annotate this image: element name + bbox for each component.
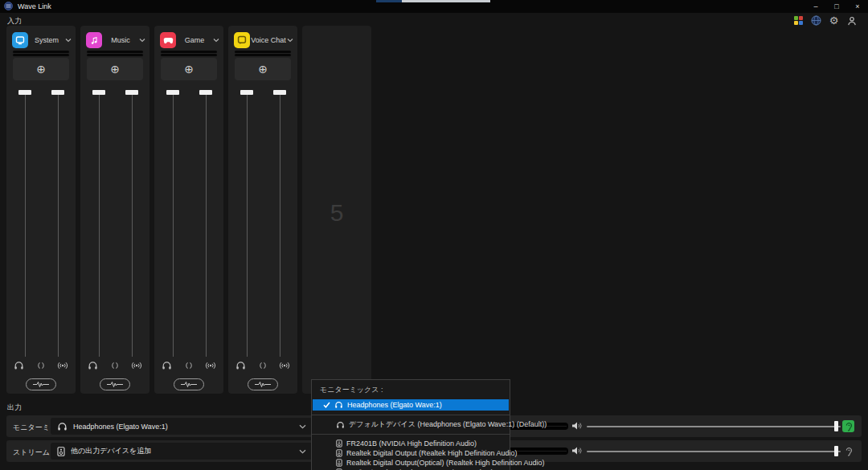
- headphones-icon: [57, 422, 68, 431]
- broadcast-icon[interactable]: [279, 362, 290, 370]
- broadcast-icon[interactable]: [205, 362, 216, 370]
- dropdown-separator: [312, 415, 510, 415]
- mic-wave-button[interactable]: [174, 378, 204, 390]
- fader-handle[interactable]: [240, 90, 253, 95]
- add-effect-button[interactable]: ⊕: [235, 58, 291, 80]
- channel-name: Music: [102, 36, 139, 44]
- channel-level-meter: [235, 51, 291, 57]
- fader-handle[interactable]: [51, 90, 64, 95]
- app-toolbar: ⚙: [793, 15, 857, 26]
- chevron-down-icon[interactable]: [213, 38, 219, 43]
- add-effect-button[interactable]: ⊕: [13, 58, 69, 80]
- fader-handle[interactable]: [92, 90, 105, 95]
- device-speaker-icon: [336, 439, 342, 448]
- link-icon[interactable]: [259, 362, 267, 370]
- window-controls: – □ ×: [805, 0, 868, 13]
- channel-strip: Voice Chat ⊕: [228, 26, 297, 394]
- channel-faders: [228, 90, 297, 357]
- stream-volume-slider[interactable]: [587, 451, 841, 452]
- monitor-device-label: Headphones (Elgato Wave:1): [73, 423, 293, 431]
- add-effect-button[interactable]: ⊕: [161, 58, 217, 80]
- fader-track: [132, 92, 133, 357]
- monitor-mix-dropdown: モニターミックス : Headphones (Elgato Wave:1) デフ…: [311, 379, 510, 470]
- fader-handle[interactable]: [199, 90, 212, 95]
- dropdown-item-label: Realtek Digital Output (Realtek High Def…: [346, 449, 518, 457]
- empty-slot-number: 5: [302, 199, 371, 227]
- dropdown-item-label: Headphones (Elgato Wave:1): [347, 401, 442, 409]
- device-speaker-icon: [57, 447, 65, 456]
- stream-fader[interactable]: [199, 90, 212, 357]
- stream-fader[interactable]: [273, 90, 286, 357]
- fader-handle[interactable]: [125, 90, 138, 95]
- channel-slot-empty[interactable]: 5: [302, 26, 371, 394]
- plus-icon: ⊕: [110, 63, 120, 75]
- community-globe-icon[interactable]: [811, 15, 821, 26]
- dropdown-item-label: デフォルトデバイス (Headphones (Elgato Wave:1) (D…: [349, 419, 547, 430]
- link-icon[interactable]: [37, 362, 45, 370]
- stream-device-select[interactable]: 他の出力デバイスを追加: [51, 443, 313, 460]
- game-channel-icon: [160, 32, 176, 48]
- monitor-fader[interactable]: [166, 90, 179, 357]
- channel-header: Voice Chat: [234, 32, 293, 48]
- channel-name: System: [28, 36, 65, 44]
- fader-track: [25, 92, 26, 357]
- mic-wave-button[interactable]: [248, 378, 278, 390]
- check-icon: [323, 402, 330, 408]
- link-icon[interactable]: [111, 362, 119, 370]
- chevron-down-icon[interactable]: [139, 38, 145, 43]
- mic-wave-button[interactable]: [26, 378, 56, 390]
- fader-track: [280, 92, 280, 357]
- dropdown-device-item[interactable]: Realtek Digital Output(Optical) (Realtek…: [312, 458, 510, 468]
- background-window-edge-blue: [376, 0, 402, 2]
- maximize-button[interactable]: □: [826, 0, 847, 13]
- background-window-edge-light: [402, 0, 490, 2]
- dropdown-device-item[interactable]: Realtek Digital Output (Realtek High Def…: [312, 448, 510, 458]
- dropdown-item-label: FR2401B (NVIDIA High Definition Audio): [346, 439, 477, 448]
- broadcast-icon[interactable]: [57, 362, 68, 370]
- settings-gear-icon[interactable]: ⚙: [829, 15, 839, 26]
- fader-handle[interactable]: [18, 90, 31, 95]
- monitor-fader[interactable]: [18, 90, 31, 357]
- channel-faders: [154, 90, 223, 357]
- channel-header: Game: [160, 32, 219, 48]
- fader-track: [58, 92, 59, 357]
- speaker-volume-icon: [571, 446, 583, 456]
- profile-icon[interactable]: [846, 15, 857, 26]
- channel-name: Game: [176, 36, 213, 44]
- stream-ear-button[interactable]: [842, 445, 854, 457]
- slider-handle[interactable]: [834, 446, 838, 456]
- monitor-ear-button[interactable]: [842, 420, 854, 432]
- stream-fader[interactable]: [125, 90, 138, 357]
- add-effect-button[interactable]: ⊕: [87, 58, 143, 80]
- plus-icon: ⊕: [36, 63, 46, 75]
- chevron-down-icon[interactable]: [287, 38, 293, 43]
- link-icon[interactable]: [185, 362, 193, 370]
- stream-fader[interactable]: [51, 90, 64, 357]
- dropdown-selected-item[interactable]: Headphones (Elgato Wave:1): [313, 399, 509, 411]
- minimize-button[interactable]: –: [805, 0, 826, 13]
- channel-level-meter: [87, 51, 143, 57]
- close-button[interactable]: ×: [847, 0, 868, 13]
- headphones-icon: [334, 401, 343, 409]
- dropdown-device-item[interactable]: FR2401B (NVIDIA High Definition Audio): [312, 439, 510, 448]
- monitor-fader[interactable]: [92, 90, 105, 357]
- broadcast-icon[interactable]: [131, 362, 142, 370]
- fader-handle[interactable]: [273, 90, 286, 95]
- dropdown-item-label: Realtek Digital Output(Optical) (Realtek…: [346, 459, 545, 467]
- speaker-volume-icon: [571, 421, 583, 431]
- channel-header: Music: [86, 32, 145, 48]
- music-channel-icon: [86, 32, 102, 48]
- chevron-down-icon[interactable]: [65, 38, 72, 43]
- mic-wave-button[interactable]: [100, 378, 130, 390]
- channel-io-icons: [14, 360, 68, 371]
- monitor-fader[interactable]: [240, 90, 253, 357]
- channel-faders: [80, 90, 149, 357]
- monitor-device-select[interactable]: Headphones (Elgato Wave:1): [51, 418, 313, 435]
- dropdown-default-device-item[interactable]: デフォルトデバイス (Headphones (Elgato Wave:1) (D…: [312, 419, 510, 430]
- marketplace-icon[interactable]: [793, 15, 804, 26]
- slider-handle[interactable]: [834, 421, 838, 431]
- fader-handle[interactable]: [166, 90, 179, 95]
- fader-track: [99, 92, 100, 357]
- channel-io-icons: [88, 360, 142, 371]
- monitor-volume-slider[interactable]: [587, 426, 841, 427]
